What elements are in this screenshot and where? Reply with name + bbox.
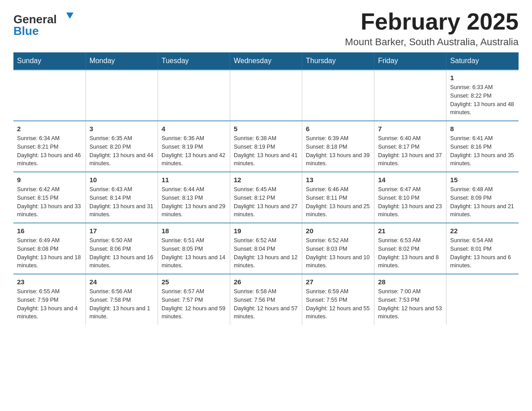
day-number: 11 — [162, 176, 226, 184]
day-info: Sunrise: 6:40 AMSunset: 8:17 PMDaylight:… — [378, 134, 442, 168]
week-row-1: 2Sunrise: 6:34 AMSunset: 8:21 PMDaylight… — [13, 121, 519, 172]
day-info: Sunrise: 6:49 AMSunset: 8:08 PMDaylight:… — [17, 236, 82, 270]
day-number: 28 — [378, 278, 442, 286]
day-number: 8 — [450, 125, 515, 133]
day-number: 1 — [450, 74, 515, 81]
day-info: Sunrise: 6:46 AMSunset: 8:11 PMDaylight:… — [306, 185, 370, 219]
day-info: Sunrise: 6:48 AMSunset: 8:09 PMDaylight:… — [450, 185, 515, 219]
day-info: Sunrise: 6:39 AMSunset: 8:18 PMDaylight:… — [306, 134, 370, 168]
day-info: Sunrise: 6:43 AMSunset: 8:14 PMDaylight:… — [90, 185, 154, 219]
logo-svg: General Blue — [13, 9, 81, 38]
day-number: 18 — [162, 227, 226, 235]
day-info: Sunrise: 6:34 AMSunset: 8:21 PMDaylight:… — [17, 134, 82, 168]
calendar-cell: 22Sunrise: 6:54 AMSunset: 8:01 PMDayligh… — [446, 223, 519, 274]
calendar-cell: 19Sunrise: 6:52 AMSunset: 8:04 PMDayligh… — [230, 223, 302, 274]
calendar-cell: 17Sunrise: 6:50 AMSunset: 8:06 PMDayligh… — [86, 223, 158, 274]
calendar-cell: 24Sunrise: 6:56 AMSunset: 7:58 PMDayligh… — [86, 274, 158, 325]
page-title: February 2025 — [345, 9, 519, 34]
day-number: 17 — [90, 227, 154, 235]
day-number: 12 — [234, 176, 298, 184]
calendar-cell: 23Sunrise: 6:55 AMSunset: 7:59 PMDayligh… — [13, 274, 86, 325]
day-number: 14 — [378, 176, 442, 184]
calendar-cell: 4Sunrise: 6:36 AMSunset: 8:19 PMDaylight… — [158, 121, 230, 172]
calendar-cell: 25Sunrise: 6:57 AMSunset: 7:57 PMDayligh… — [158, 274, 230, 325]
calendar-cell: 15Sunrise: 6:48 AMSunset: 8:09 PMDayligh… — [446, 172, 519, 223]
calendar-cell: 13Sunrise: 6:46 AMSunset: 8:11 PMDayligh… — [302, 172, 374, 223]
day-number: 27 — [306, 278, 370, 286]
calendar-cell: 10Sunrise: 6:43 AMSunset: 8:14 PMDayligh… — [86, 172, 158, 223]
day-number: 5 — [234, 125, 298, 133]
day-number: 23 — [17, 278, 82, 286]
calendar-cell: 11Sunrise: 6:44 AMSunset: 8:13 PMDayligh… — [158, 172, 230, 223]
calendar-cell — [302, 70, 374, 121]
day-info: Sunrise: 6:52 AMSunset: 8:04 PMDaylight:… — [234, 236, 298, 270]
day-number: 20 — [306, 227, 370, 235]
calendar-cell: 12Sunrise: 6:45 AMSunset: 8:12 PMDayligh… — [230, 172, 302, 223]
calendar-header-row: SundayMondayTuesdayWednesdayThursdayFrid… — [13, 52, 519, 70]
day-info: Sunrise: 6:52 AMSunset: 8:03 PMDaylight:… — [306, 236, 370, 270]
calendar-cell: 18Sunrise: 6:51 AMSunset: 8:05 PMDayligh… — [158, 223, 230, 274]
day-info: Sunrise: 6:41 AMSunset: 8:16 PMDaylight:… — [450, 134, 515, 168]
day-info: Sunrise: 6:38 AMSunset: 8:19 PMDaylight:… — [234, 134, 298, 168]
day-info: Sunrise: 6:57 AMSunset: 7:57 PMDaylight:… — [162, 287, 226, 321]
svg-marker-1 — [66, 13, 73, 19]
day-info: Sunrise: 6:35 AMSunset: 8:20 PMDaylight:… — [90, 134, 154, 168]
day-info: Sunrise: 6:47 AMSunset: 8:10 PMDaylight:… — [378, 185, 442, 219]
day-number: 9 — [17, 176, 82, 184]
calendar-cell: 6Sunrise: 6:39 AMSunset: 8:18 PMDaylight… — [302, 121, 374, 172]
day-info: Sunrise: 6:45 AMSunset: 8:12 PMDaylight:… — [234, 185, 298, 219]
calendar-cell — [13, 70, 86, 121]
day-info: Sunrise: 6:36 AMSunset: 8:19 PMDaylight:… — [162, 134, 226, 168]
header-wednesday: Wednesday — [230, 52, 302, 70]
svg-text:Blue: Blue — [13, 24, 39, 38]
day-info: Sunrise: 6:58 AMSunset: 7:56 PMDaylight:… — [234, 287, 298, 321]
calendar-table: SundayMondayTuesdayWednesdayThursdayFrid… — [13, 52, 519, 325]
day-number: 15 — [450, 176, 515, 184]
day-number: 3 — [90, 125, 154, 133]
header-saturday: Saturday — [446, 52, 519, 70]
week-row-0: 1Sunrise: 6:33 AMSunset: 8:22 PMDaylight… — [13, 70, 519, 121]
day-info: Sunrise: 6:42 AMSunset: 8:15 PMDaylight:… — [17, 185, 82, 219]
day-info: Sunrise: 6:56 AMSunset: 7:58 PMDaylight:… — [90, 287, 154, 321]
day-info: Sunrise: 6:50 AMSunset: 8:06 PMDaylight:… — [90, 236, 154, 270]
day-number: 24 — [90, 278, 154, 286]
header-friday: Friday — [374, 52, 446, 70]
calendar-cell: 7Sunrise: 6:40 AMSunset: 8:17 PMDaylight… — [374, 121, 446, 172]
day-info: Sunrise: 6:59 AMSunset: 7:55 PMDaylight:… — [306, 287, 370, 321]
day-number: 22 — [450, 227, 515, 235]
day-number: 26 — [234, 278, 298, 286]
day-info: Sunrise: 6:51 AMSunset: 8:05 PMDaylight:… — [162, 236, 226, 270]
calendar-cell — [230, 70, 302, 121]
calendar-cell: 27Sunrise: 6:59 AMSunset: 7:55 PMDayligh… — [302, 274, 374, 325]
day-info: Sunrise: 6:33 AMSunset: 8:22 PMDaylight:… — [450, 83, 515, 117]
day-number: 21 — [378, 227, 442, 235]
week-row-4: 23Sunrise: 6:55 AMSunset: 7:59 PMDayligh… — [13, 274, 519, 325]
calendar-cell: 20Sunrise: 6:52 AMSunset: 8:03 PMDayligh… — [302, 223, 374, 274]
day-info: Sunrise: 6:55 AMSunset: 7:59 PMDaylight:… — [17, 287, 82, 321]
calendar-cell — [158, 70, 230, 121]
day-info: Sunrise: 6:53 AMSunset: 8:02 PMDaylight:… — [378, 236, 442, 270]
day-number: 10 — [90, 176, 154, 184]
calendar-cell: 1Sunrise: 6:33 AMSunset: 8:22 PMDaylight… — [446, 70, 519, 121]
calendar-cell: 3Sunrise: 6:35 AMSunset: 8:20 PMDaylight… — [86, 121, 158, 172]
calendar-cell — [86, 70, 158, 121]
header-monday: Monday — [86, 52, 158, 70]
day-info: Sunrise: 7:00 AMSunset: 7:53 PMDaylight:… — [378, 287, 442, 321]
week-row-3: 16Sunrise: 6:49 AMSunset: 8:08 PMDayligh… — [13, 223, 519, 274]
logo: General Blue — [13, 9, 81, 38]
header-tuesday: Tuesday — [158, 52, 230, 70]
page-header: General Blue February 2025 Mount Barker,… — [13, 9, 519, 48]
day-number: 25 — [162, 278, 226, 286]
calendar-cell — [446, 274, 519, 325]
calendar-cell: 28Sunrise: 7:00 AMSunset: 7:53 PMDayligh… — [374, 274, 446, 325]
day-number: 6 — [306, 125, 370, 133]
day-info: Sunrise: 6:54 AMSunset: 8:01 PMDaylight:… — [450, 236, 515, 270]
week-row-2: 9Sunrise: 6:42 AMSunset: 8:15 PMDaylight… — [13, 172, 519, 223]
calendar-cell — [374, 70, 446, 121]
title-block: February 2025 Mount Barker, South Austra… — [345, 9, 519, 48]
calendar-cell: 26Sunrise: 6:58 AMSunset: 7:56 PMDayligh… — [230, 274, 302, 325]
calendar-cell: 14Sunrise: 6:47 AMSunset: 8:10 PMDayligh… — [374, 172, 446, 223]
header-thursday: Thursday — [302, 52, 374, 70]
day-number: 4 — [162, 125, 226, 133]
day-number: 19 — [234, 227, 298, 235]
